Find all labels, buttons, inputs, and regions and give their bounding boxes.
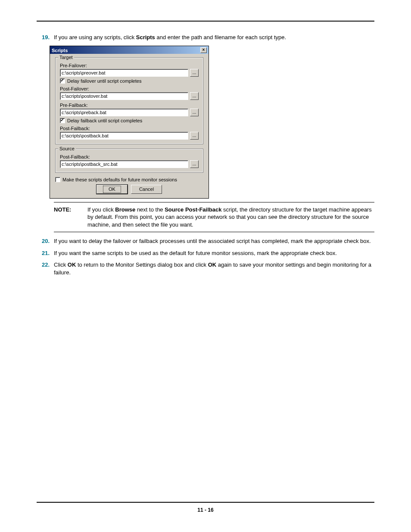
make-default-checkbox[interactable]	[55, 177, 60, 182]
make-default-label: Make these scripts defaults for future m…	[62, 177, 177, 182]
target-fieldset: Target Pre-Failover: c:\scripts\preover.…	[55, 57, 203, 144]
ok-button[interactable]: OK	[97, 185, 128, 194]
dialog-title: Scripts	[52, 48, 68, 53]
cancel-button[interactable]: Cancel	[131, 185, 162, 194]
step-number: 20.	[37, 237, 54, 245]
close-icon[interactable]: ×	[200, 47, 207, 53]
delay-failover-label: Delay failover until script completes	[67, 78, 141, 84]
post-failback-input[interactable]: c:\scripts\postback.bat	[60, 132, 188, 140]
step-text: If you want the same scripts to be used …	[54, 249, 374, 257]
step-number: 21.	[37, 249, 54, 257]
note-body: If you click Browse next to the Source P…	[87, 206, 374, 229]
pre-failover-input[interactable]: c:\scripts\preover.bat	[60, 69, 188, 77]
browse-button[interactable]: ...	[190, 92, 199, 100]
footer-rule	[37, 502, 374, 503]
scripts-dialog: Scripts × Target Pre-Failover: c:\script…	[50, 46, 209, 199]
step-21: 21. If you want the same scripts to be u…	[37, 249, 374, 257]
step-text: If you want to delay the failover or fai…	[54, 237, 374, 245]
delay-failback-label: Delay failback until script completes	[67, 118, 142, 123]
step-text: If you are using any scripts, click Scri…	[54, 34, 374, 41]
post-failover-input[interactable]: c:\scripts\postover.bat	[60, 92, 188, 100]
step-text: Click OK to return to the Monitor Settin…	[54, 261, 374, 276]
browse-button[interactable]: ...	[190, 132, 199, 140]
post-failover-label: Post-Failover:	[60, 86, 199, 91]
post-failback-label: Post-Failback:	[60, 126, 199, 131]
browse-button[interactable]: ...	[190, 69, 199, 77]
browse-button[interactable]: ...	[190, 160, 199, 168]
step-number: 19.	[37, 34, 54, 41]
step-22: 22. Click OK to return to the Monitor Se…	[37, 261, 374, 276]
browse-button[interactable]: ...	[190, 109, 199, 116]
pre-failover-label: Pre-Failover:	[60, 63, 199, 68]
header-rule	[37, 21, 374, 22]
src-post-failback-input[interactable]: c:\scripts\postback_src.bat	[60, 160, 188, 168]
note-label: NOTE:	[54, 206, 87, 229]
target-legend: Target	[58, 55, 74, 60]
delay-failover-checkbox[interactable]	[60, 78, 65, 84]
dialog-titlebar[interactable]: Scripts ×	[50, 46, 209, 54]
note-block: NOTE: If you click Browse next to the So…	[54, 202, 374, 233]
step-19: 19. If you are using any scripts, click …	[37, 34, 374, 41]
source-legend: Source	[58, 146, 76, 151]
pre-failback-input[interactable]: c:\scripts\preback.bat	[60, 109, 188, 116]
page-number: 11 - 16	[0, 507, 411, 513]
src-post-failback-label: Post-Failback:	[60, 154, 199, 159]
pre-failback-label: Pre-Failback:	[60, 103, 199, 108]
step-20: 20. If you want to delay the failover or…	[37, 237, 374, 245]
step-number: 22.	[37, 261, 54, 276]
delay-failback-checkbox[interactable]	[60, 118, 65, 123]
source-fieldset: Source Post-Failback: c:\scripts\postbac…	[55, 149, 203, 173]
